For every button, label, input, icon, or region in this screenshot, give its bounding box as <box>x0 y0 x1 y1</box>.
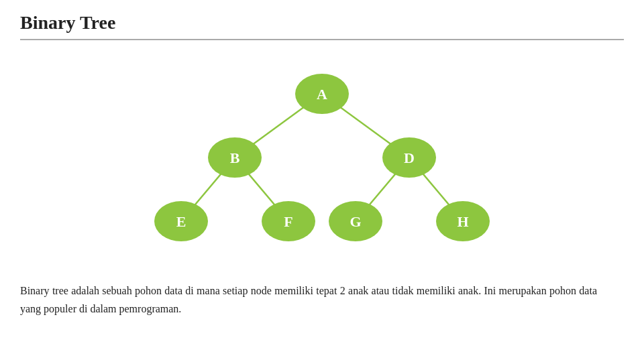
divider <box>20 39 624 40</box>
tree-node-label-F: F <box>284 213 292 230</box>
tree-node-label-D: D <box>404 149 415 166</box>
tree-svg: ABDEFGH <box>87 54 557 261</box>
tree-node-label-B: B <box>230 149 240 166</box>
tree-node-label-A: A <box>317 86 327 103</box>
description-text: Binary tree adalah sebuah pohon data di … <box>20 282 597 318</box>
page-title: Binary Tree <box>20 12 624 34</box>
tree-node-label-E: E <box>176 213 186 230</box>
tree-node-label-G: G <box>350 213 361 230</box>
tree-node-label-H: H <box>457 213 468 230</box>
tree-container: ABDEFGH <box>20 54 624 261</box>
